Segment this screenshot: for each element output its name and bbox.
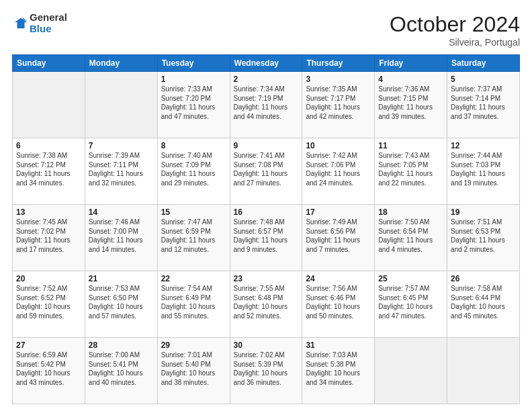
day-number: 6 — [16, 141, 81, 150]
calendar-cell — [85, 72, 157, 138]
day-number: 3 — [306, 75, 371, 84]
calendar-cell: 27 Sunrise: 6:59 AMSunset: 5:42 PMDaylig… — [13, 338, 85, 404]
calendar-cell: 8 Sunrise: 7:40 AMSunset: 7:09 PMDayligh… — [157, 138, 230, 205]
logo-icon — [13, 16, 28, 31]
col-wednesday: Wednesday — [230, 55, 302, 72]
day-info: Sunrise: 7:41 AMSunset: 7:08 PMDaylight:… — [234, 151, 299, 187]
calendar-table: Sunday Monday Tuesday Wednesday Thursday… — [12, 54, 520, 404]
day-info: Sunrise: 7:03 AMSunset: 5:38 PMDaylight:… — [306, 351, 371, 387]
day-number: 26 — [451, 274, 516, 283]
calendar-body: 1 Sunrise: 7:33 AMSunset: 7:20 PMDayligh… — [13, 72, 520, 404]
logo-text: General Blue — [30, 12, 67, 34]
calendar-week-5: 27 Sunrise: 6:59 AMSunset: 5:42 PMDaylig… — [13, 338, 520, 404]
calendar-week-4: 20 Sunrise: 7:52 AMSunset: 6:52 PMDaylig… — [13, 271, 520, 338]
calendar-cell: 22 Sunrise: 7:54 AMSunset: 6:49 PMDaylig… — [157, 271, 230, 338]
calendar-cell: 25 Sunrise: 7:57 AMSunset: 6:45 PMDaylig… — [375, 271, 447, 338]
day-number: 16 — [234, 208, 299, 217]
day-number: 29 — [161, 340, 226, 350]
calendar-cell: 23 Sunrise: 7:55 AMSunset: 6:48 PMDaylig… — [230, 271, 302, 338]
day-number: 8 — [161, 141, 226, 150]
day-number: 2 — [234, 75, 299, 84]
calendar-cell: 13 Sunrise: 7:45 AMSunset: 7:02 PMDaylig… — [13, 205, 85, 271]
day-number: 10 — [306, 141, 371, 150]
calendar-cell: 5 Sunrise: 7:37 AMSunset: 7:14 PMDayligh… — [447, 72, 520, 138]
calendar-cell: 15 Sunrise: 7:47 AMSunset: 6:59 PMDaylig… — [157, 205, 230, 271]
col-thursday: Thursday — [302, 55, 375, 72]
calendar-cell: 30 Sunrise: 7:02 AMSunset: 5:39 PMDaylig… — [230, 338, 302, 404]
col-tuesday: Tuesday — [157, 55, 230, 72]
day-number: 31 — [306, 340, 371, 350]
day-info: Sunrise: 7:51 AMSunset: 6:53 PMDaylight:… — [451, 218, 516, 254]
calendar-cell: 4 Sunrise: 7:36 AMSunset: 7:15 PMDayligh… — [375, 72, 447, 138]
calendar-week-1: 1 Sunrise: 7:33 AMSunset: 7:20 PMDayligh… — [13, 72, 520, 138]
day-info: Sunrise: 7:40 AMSunset: 7:09 PMDaylight:… — [161, 151, 226, 187]
col-saturday: Saturday — [447, 55, 520, 72]
day-number: 23 — [234, 274, 299, 283]
day-info: Sunrise: 7:46 AMSunset: 7:00 PMDaylight:… — [89, 218, 154, 254]
logo: General Blue — [12, 12, 67, 34]
calendar-cell: 28 Sunrise: 7:00 AMSunset: 5:41 PMDaylig… — [85, 338, 157, 404]
day-number: 22 — [161, 274, 226, 283]
calendar-cell: 18 Sunrise: 7:50 AMSunset: 6:54 PMDaylig… — [375, 205, 447, 271]
day-number: 18 — [378, 208, 443, 217]
day-info: Sunrise: 7:42 AMSunset: 7:06 PMDaylight:… — [306, 151, 371, 187]
calendar-cell: 12 Sunrise: 7:44 AMSunset: 7:03 PMDaylig… — [447, 138, 520, 205]
title-block: October 2024 Silveira, Portugal — [390, 12, 520, 48]
logo-general: General — [30, 12, 67, 24]
day-number: 5 — [451, 75, 516, 84]
day-info: Sunrise: 6:59 AMSunset: 5:42 PMDaylight:… — [16, 351, 81, 387]
location: Silveira, Portugal — [390, 37, 520, 48]
day-info: Sunrise: 7:55 AMSunset: 6:48 PMDaylight:… — [234, 284, 299, 320]
day-number: 19 — [451, 208, 516, 217]
day-number: 20 — [16, 274, 81, 283]
day-number: 14 — [89, 208, 154, 217]
calendar-cell — [447, 338, 520, 404]
day-number: 30 — [234, 340, 299, 350]
calendar-week-3: 13 Sunrise: 7:45 AMSunset: 7:02 PMDaylig… — [13, 205, 520, 271]
page-header: General Blue October 2024 Silveira, Port… — [12, 12, 520, 48]
col-monday: Monday — [85, 55, 157, 72]
month-title: October 2024 — [390, 12, 520, 37]
calendar-cell: 7 Sunrise: 7:39 AMSunset: 7:11 PMDayligh… — [85, 138, 157, 205]
day-info: Sunrise: 7:52 AMSunset: 6:52 PMDaylight:… — [16, 284, 81, 320]
calendar-cell: 1 Sunrise: 7:33 AMSunset: 7:20 PMDayligh… — [157, 72, 230, 138]
day-info: Sunrise: 7:39 AMSunset: 7:11 PMDaylight:… — [89, 151, 154, 187]
calendar-cell — [13, 72, 85, 138]
calendar-cell: 6 Sunrise: 7:38 AMSunset: 7:12 PMDayligh… — [13, 138, 85, 205]
day-info: Sunrise: 7:54 AMSunset: 6:49 PMDaylight:… — [161, 284, 226, 320]
calendar-cell — [375, 338, 447, 404]
col-friday: Friday — [375, 55, 447, 72]
day-number: 9 — [234, 141, 299, 150]
calendar-cell: 3 Sunrise: 7:35 AMSunset: 7:17 PMDayligh… — [302, 72, 375, 138]
day-number: 1 — [161, 75, 226, 84]
calendar-cell: 17 Sunrise: 7:49 AMSunset: 6:56 PMDaylig… — [302, 205, 375, 271]
day-info: Sunrise: 7:48 AMSunset: 6:57 PMDaylight:… — [234, 218, 299, 254]
day-number: 21 — [89, 274, 154, 283]
day-number: 13 — [16, 208, 81, 217]
calendar-week-2: 6 Sunrise: 7:38 AMSunset: 7:12 PMDayligh… — [13, 138, 520, 205]
day-info: Sunrise: 7:50 AMSunset: 6:54 PMDaylight:… — [378, 218, 443, 254]
day-info: Sunrise: 7:58 AMSunset: 6:44 PMDaylight:… — [451, 284, 516, 320]
day-info: Sunrise: 7:45 AMSunset: 7:02 PMDaylight:… — [16, 218, 81, 254]
svg-marker-2 — [23, 17, 27, 21]
calendar-cell: 19 Sunrise: 7:51 AMSunset: 6:53 PMDaylig… — [447, 205, 520, 271]
day-info: Sunrise: 7:57 AMSunset: 6:45 PMDaylight:… — [378, 284, 443, 320]
day-info: Sunrise: 7:38 AMSunset: 7:12 PMDaylight:… — [16, 151, 81, 187]
day-number: 24 — [306, 274, 371, 283]
day-number: 25 — [378, 274, 443, 283]
day-number: 15 — [161, 208, 226, 217]
day-info: Sunrise: 7:35 AMSunset: 7:17 PMDaylight:… — [306, 85, 371, 121]
calendar-cell: 11 Sunrise: 7:43 AMSunset: 7:05 PMDaylig… — [375, 138, 447, 205]
calendar-cell: 2 Sunrise: 7:34 AMSunset: 7:19 PMDayligh… — [230, 72, 302, 138]
calendar-cell: 16 Sunrise: 7:48 AMSunset: 6:57 PMDaylig… — [230, 205, 302, 271]
day-info: Sunrise: 7:47 AMSunset: 6:59 PMDaylight:… — [161, 218, 226, 254]
day-info: Sunrise: 7:01 AMSunset: 5:40 PMDaylight:… — [161, 351, 226, 387]
calendar-cell: 24 Sunrise: 7:56 AMSunset: 6:46 PMDaylig… — [302, 271, 375, 338]
day-info: Sunrise: 7:36 AMSunset: 7:15 PMDaylight:… — [378, 85, 443, 121]
calendar-cell: 14 Sunrise: 7:46 AMSunset: 7:00 PMDaylig… — [85, 205, 157, 271]
calendar-cell: 20 Sunrise: 7:52 AMSunset: 6:52 PMDaylig… — [13, 271, 85, 338]
day-number: 7 — [89, 141, 154, 150]
day-number: 11 — [378, 141, 443, 150]
header-row: Sunday Monday Tuesday Wednesday Thursday… — [13, 55, 520, 72]
day-info: Sunrise: 7:56 AMSunset: 6:46 PMDaylight:… — [306, 284, 371, 320]
